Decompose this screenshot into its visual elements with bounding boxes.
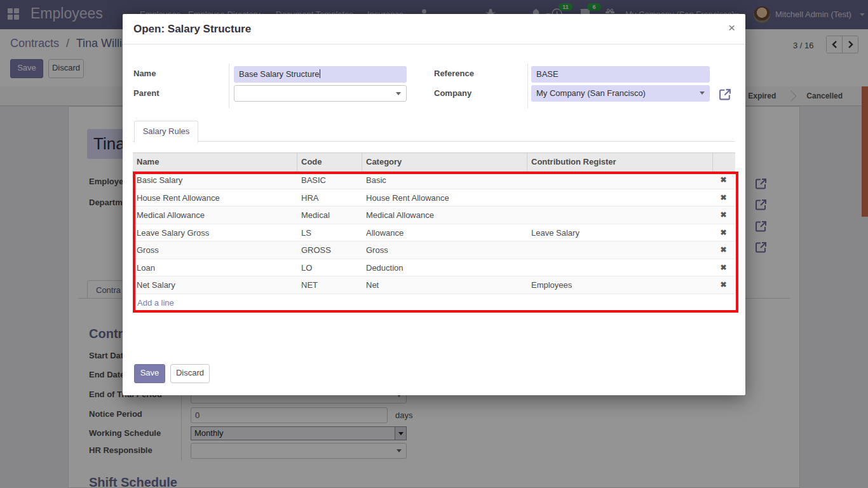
screen: Employees Employees Employee Directory D… bbox=[0, 0, 868, 488]
company-external-link-icon[interactable] bbox=[719, 88, 731, 100]
tab-salary-rules[interactable]: Salary Rules bbox=[134, 121, 198, 143]
modal-title: Open: Salary Structure bbox=[133, 23, 251, 36]
parent-dropdown[interactable] bbox=[234, 85, 407, 102]
reference-input[interactable]: BASE bbox=[531, 66, 710, 83]
col-code[interactable]: Code bbox=[297, 153, 362, 171]
modal-discard-button[interactable]: Discard bbox=[170, 364, 210, 383]
col-actions bbox=[713, 153, 734, 171]
highlight-rectangle bbox=[133, 172, 738, 313]
close-icon[interactable]: × bbox=[728, 22, 735, 34]
col-category[interactable]: Category bbox=[362, 153, 527, 171]
table-header: Name Code Category Contribution Register bbox=[133, 152, 735, 172]
col-name[interactable]: Name bbox=[133, 153, 297, 171]
company-dropdown[interactable]: My Company (San Francisco) bbox=[531, 85, 710, 102]
modal-save-button[interactable]: Save bbox=[134, 364, 165, 383]
reference-label: Reference bbox=[434, 69, 474, 78]
salary-structure-modal: Open: Salary Structure × Name Parent Bas… bbox=[123, 14, 745, 395]
col-contribution-register[interactable]: Contribution Register bbox=[527, 153, 713, 171]
name-label: Name bbox=[133, 69, 156, 78]
company-label: Company bbox=[434, 88, 471, 98]
name-input[interactable]: Base Salary Structure bbox=[234, 66, 407, 83]
text-cursor bbox=[320, 69, 320, 78]
label-divider bbox=[527, 64, 528, 108]
label-divider bbox=[229, 64, 229, 108]
modal-header-divider bbox=[123, 44, 745, 44]
tab-divider bbox=[133, 141, 735, 142]
parent-label: Parent bbox=[133, 88, 159, 98]
